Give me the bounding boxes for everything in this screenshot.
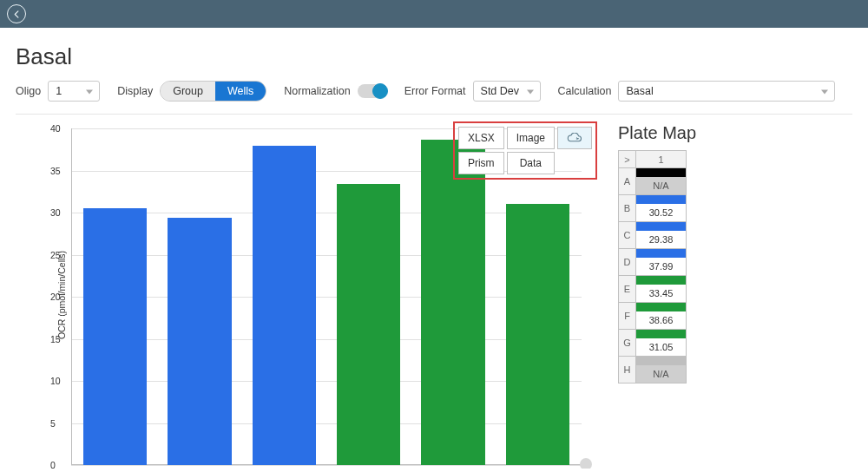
plate-cell[interactable]: 37.99: [636, 249, 687, 276]
plate-row-header[interactable]: G: [619, 330, 636, 357]
plate-cell[interactable]: 33.45: [636, 276, 687, 303]
calculation-label: Calculation: [558, 85, 612, 97]
plate-map-corner[interactable]: >: [619, 151, 636, 168]
normalization-label: Normalization: [284, 85, 350, 97]
display-group-option[interactable]: Group: [161, 82, 215, 101]
back-button[interactable]: [7, 4, 26, 23]
plate-map-title: Plate Map: [618, 123, 852, 143]
y-tick-label: 25: [50, 250, 61, 260]
export-image-button[interactable]: Image: [507, 127, 555, 149]
y-tick-label: 20: [50, 292, 61, 302]
chart-bar[interactable]: [337, 184, 400, 465]
plate-row-header[interactable]: B: [619, 195, 636, 222]
plate-cell-value: N/A: [636, 365, 686, 383]
controls-bar: Oligo 1 Display Group Wells Normalizatio…: [16, 81, 852, 115]
calculation-value: Basal: [626, 85, 653, 97]
chart-bar[interactable]: [253, 146, 316, 466]
plate-cell[interactable]: N/A: [636, 168, 687, 195]
display-label: Display: [117, 85, 153, 97]
plate-row-header[interactable]: H: [619, 357, 636, 384]
plate-row-header[interactable]: E: [619, 276, 636, 303]
cloud-icon: [567, 133, 582, 143]
export-data-button[interactable]: Data: [507, 152, 555, 174]
plate-cell-value: 31.05: [636, 338, 686, 356]
oligo-value: 1: [56, 85, 62, 97]
plate-cell[interactable]: 38.66: [636, 303, 687, 330]
arrow-left-icon: [12, 10, 22, 19]
plate-cell-value: 30.52: [636, 204, 686, 221]
oligo-label: Oligo: [16, 85, 41, 97]
plate-cell-color-strip: [636, 168, 686, 177]
plate-cell-value: N/A: [636, 177, 686, 194]
oligo-dropdown[interactable]: 1: [48, 81, 100, 102]
y-tick-label: 15: [50, 334, 61, 344]
plate-map-col-header[interactable]: 1: [636, 151, 687, 168]
error-format-dropdown[interactable]: Std Dev: [473, 81, 541, 102]
y-tick-label: 35: [50, 166, 61, 176]
plate-cell-color-strip: [636, 303, 686, 311]
plate-cell-color-strip: [636, 249, 686, 258]
export-xlsx-button[interactable]: XLSX: [458, 127, 504, 149]
y-tick-label: 5: [50, 418, 56, 429]
y-axis: [71, 128, 72, 465]
plate-cell[interactable]: N/A: [636, 357, 687, 384]
plate-cell-color-strip: [636, 330, 686, 338]
normalization-switch[interactable]: [358, 84, 387, 98]
error-format-value: Std Dev: [481, 85, 519, 97]
export-prism-button[interactable]: Prism: [458, 152, 504, 174]
scroll-handle-icon[interactable]: [580, 458, 592, 469]
plate-row-header[interactable]: C: [619, 222, 636, 249]
plate-row-header[interactable]: D: [619, 249, 636, 276]
y-tick-label: 40: [50, 123, 61, 134]
plate-cell[interactable]: 30.52: [636, 195, 687, 222]
export-menu: XLSX Image Prism Data: [453, 121, 597, 180]
display-wells-option[interactable]: Wells: [215, 82, 266, 101]
plate-cell-value: 29.38: [636, 231, 686, 248]
plate-cell-color-strip: [636, 195, 686, 204]
plate-cell[interactable]: 31.05: [636, 330, 687, 357]
chart-bar[interactable]: [168, 218, 231, 465]
plate-cell-color-strip: [636, 357, 686, 365]
y-tick-label: 10: [50, 376, 61, 386]
chart-bar[interactable]: [83, 208, 147, 465]
plate-cell-color-strip: [636, 276, 686, 285]
topbar: [0, 0, 868, 28]
chart-bar[interactable]: [421, 140, 484, 465]
plate-cell-value: 38.66: [636, 311, 686, 329]
plate-map-panel: Plate Map > 1 AN/AB30.52C29.38D37.99E33.…: [618, 121, 852, 469]
grid-line: [71, 465, 582, 466]
display-toggle: Group Wells: [160, 81, 266, 102]
plate-row-header[interactable]: A: [619, 168, 636, 195]
export-cloud-button[interactable]: [557, 127, 592, 149]
y-tick-label: 30: [50, 207, 61, 218]
y-tick-label: 0: [50, 460, 56, 469]
plate-cell-value: 37.99: [636, 258, 686, 275]
plate-map-table: > 1 AN/AB30.52C29.38D37.99E33.45F38.66G3…: [618, 150, 687, 384]
page-title: Basal: [16, 43, 852, 70]
plate-row-header[interactable]: F: [619, 303, 636, 330]
plate-cell[interactable]: 29.38: [636, 222, 687, 249]
chart-bar[interactable]: [506, 204, 569, 465]
plate-cell-color-strip: [636, 222, 686, 231]
error-format-label: Error Format: [404, 85, 466, 97]
chart: OCR (pmol/min/Cells) 0510152025303540 XL…: [16, 121, 597, 469]
plate-cell-value: 33.45: [636, 285, 686, 302]
calculation-dropdown[interactable]: Basal: [618, 81, 835, 102]
